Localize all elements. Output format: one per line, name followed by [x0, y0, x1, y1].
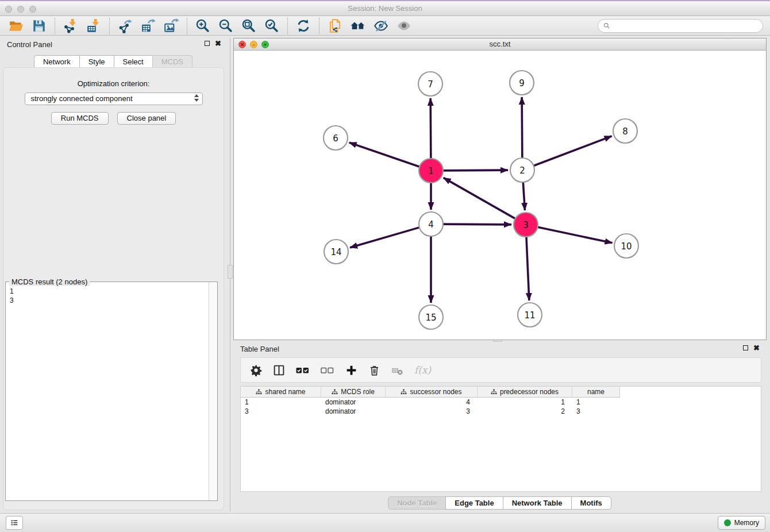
memory-button[interactable]: Memory: [718, 516, 765, 530]
select-all-button[interactable]: [296, 366, 310, 375]
node-2[interactable]: 2: [510, 158, 534, 182]
node-4[interactable]: 4: [419, 212, 443, 236]
network-maximize-button[interactable]: +: [261, 41, 269, 48]
splitter-handle-vertical[interactable]: [228, 265, 233, 279]
export-network-button[interactable]: [114, 17, 137, 34]
select-stepper-icon: [194, 94, 199, 102]
table-panel-title: Table Panel: [240, 345, 279, 353]
close-panel-icon[interactable]: ✖: [215, 40, 221, 47]
close-window-button[interactable]: [5, 6, 12, 13]
node-10[interactable]: 10: [614, 234, 638, 258]
minimize-window-button[interactable]: [17, 6, 24, 13]
close-table-panel-icon[interactable]: ✖: [753, 345, 760, 351]
import-table-button[interactable]: [82, 17, 105, 34]
zoom-out-button[interactable]: [214, 17, 237, 34]
columns-button[interactable]: [273, 364, 285, 376]
svg-text:8: 8: [622, 126, 628, 137]
export-image-button[interactable]: [160, 17, 183, 34]
node-7[interactable]: 7: [418, 72, 442, 96]
show-all-icon: [396, 18, 411, 33]
node-14[interactable]: 14: [324, 240, 348, 264]
show-all-button[interactable]: [392, 17, 415, 34]
import-network-button[interactable]: [59, 17, 82, 34]
hide-selected-button[interactable]: [369, 17, 392, 34]
edge-3-1[interactable]: [444, 178, 515, 218]
import-table-icon: [86, 18, 101, 33]
status-bar: Memory: [0, 513, 770, 532]
edge-3-11[interactable]: [526, 237, 529, 300]
edge-2-3[interactable]: [523, 182, 525, 210]
edge-1-7[interactable]: [430, 98, 431, 159]
zoom-window-button[interactable]: [29, 6, 36, 13]
table-body: 1dominator4113dominator323: [241, 398, 761, 416]
network-minimize-button[interactable]: –: [250, 41, 257, 48]
column-header-MCDS-role[interactable]: MCDS role: [321, 387, 386, 398]
export-table-icon: [141, 18, 156, 33]
task-history-button[interactable]: [6, 516, 23, 530]
result-scrollbar[interactable]: [209, 282, 217, 500]
node-15[interactable]: 15: [419, 305, 443, 329]
edge-2-8[interactable]: [534, 136, 612, 166]
close-panel-button[interactable]: Close panel: [117, 112, 176, 125]
search-input[interactable]: [611, 22, 763, 30]
node-11[interactable]: 11: [518, 303, 542, 327]
node-8[interactable]: 8: [613, 119, 637, 143]
column-label: name: [587, 388, 605, 396]
hide-selected-icon: [374, 18, 388, 33]
save-button[interactable]: [28, 17, 51, 34]
zoom-fit-button[interactable]: [237, 17, 260, 34]
zoom-in-button[interactable]: [191, 17, 214, 34]
zoom-selected-button[interactable]: [260, 17, 283, 34]
edge-4-3[interactable]: [443, 224, 511, 225]
settings-button[interactable]: [250, 364, 262, 376]
edge-3-10[interactable]: [538, 227, 613, 242]
cell-MCDS-role: dominator: [321, 407, 386, 416]
result-line: 1: [10, 287, 205, 296]
criterion-select[interactable]: strongly connected component: [25, 92, 203, 105]
delete-button[interactable]: [368, 364, 380, 376]
column-header-successor-nodes[interactable]: successor nodes: [386, 387, 478, 398]
node-3[interactable]: 3: [514, 213, 538, 237]
open-button[interactable]: [5, 17, 28, 34]
table-row[interactable]: 1dominator411: [241, 398, 761, 407]
optimization-criterion-label: Optimization criterion:: [3, 79, 224, 88]
float-panel-icon[interactable]: [205, 41, 210, 46]
add-button[interactable]: [345, 364, 357, 376]
tab-edge-table[interactable]: Edge Table: [445, 496, 503, 510]
column-header-shared-name[interactable]: shared name: [241, 387, 321, 398]
unselect-all-button[interactable]: [321, 366, 334, 375]
tab-network-table[interactable]: Network Table: [503, 496, 572, 510]
tab-mcds[interactable]: MCDS: [152, 55, 192, 68]
refresh-button[interactable]: [292, 17, 315, 34]
node-1[interactable]: 1: [419, 159, 443, 183]
node-6[interactable]: 6: [324, 126, 348, 150]
network-window-titlebar[interactable]: ✕ – + scc.txt: [234, 38, 766, 51]
edge-1-6[interactable]: [349, 142, 419, 167]
column-header-name[interactable]: name: [572, 387, 620, 398]
edge-1-2[interactable]: [443, 170, 508, 171]
mcds-result-content[interactable]: 13: [6, 284, 208, 500]
table-row[interactable]: 3dominator323: [241, 407, 761, 416]
search-box[interactable]: [598, 19, 763, 33]
tab-network[interactable]: Network: [34, 55, 80, 68]
float-table-panel-icon[interactable]: [743, 345, 748, 350]
clone-network-button[interactable]: [324, 17, 346, 34]
column-label: MCDS role: [341, 388, 375, 396]
first-neighbors-button[interactable]: [346, 17, 369, 34]
tab-motifs[interactable]: Motifs: [571, 496, 611, 510]
tab-style[interactable]: Style: [79, 55, 114, 68]
run-mcds-button[interactable]: Run MCDS: [51, 112, 109, 125]
network-canvas[interactable]: 7968124314101511: [234, 51, 766, 340]
node-9[interactable]: 9: [510, 71, 534, 95]
cell-successor-nodes: 3: [386, 407, 478, 416]
tab-select[interactable]: Select: [114, 55, 153, 68]
network-close-button[interactable]: ✕: [238, 41, 246, 48]
delete-icon: [368, 364, 380, 376]
export-table-button[interactable]: [137, 17, 160, 34]
column-header-predecessor-nodes[interactable]: predecessor nodes: [478, 387, 572, 398]
tab-node-table[interactable]: Node Table: [388, 496, 446, 510]
table-toolbar: f(x): [240, 357, 761, 383]
delete-table-icon: [391, 364, 403, 376]
edge-2-9[interactable]: [522, 97, 522, 158]
edge-4-14[interactable]: [350, 228, 419, 248]
